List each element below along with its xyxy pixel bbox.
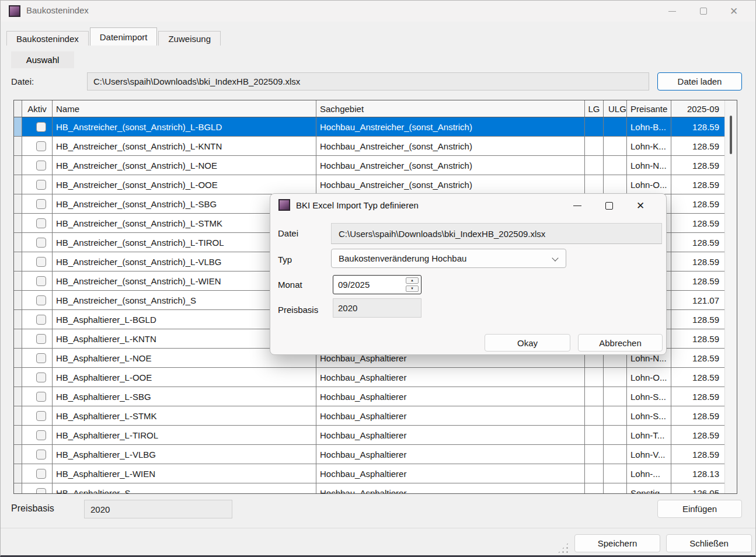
row-header-cell[interactable] — [14, 117, 22, 136]
vertical-scrollbar[interactable] — [724, 100, 737, 493]
spin-up-icon[interactable]: ▲ — [406, 277, 419, 284]
cell-sachgebiet: Hochbau_Anstreicher_(sonst_Anstrich) — [316, 137, 585, 155]
col-header-sachgebiet[interactable]: Sachgebiet — [316, 100, 585, 117]
row-header-cell[interactable] — [14, 194, 22, 213]
einfuegen-button[interactable]: Einfügen — [657, 500, 742, 518]
table-row[interactable]: HB_Anstreicher_(sonst_Anstrich)_L-BGLD H… — [14, 117, 725, 137]
cell-aktiv — [22, 214, 53, 232]
monat-spinner[interactable]: 09/2025 ▲ ▼ — [333, 275, 421, 294]
aktiv-checkbox[interactable] — [36, 411, 46, 421]
aktiv-checkbox[interactable] — [36, 122, 46, 132]
cell-name: HB_Asphaltierer_S — [53, 483, 316, 494]
aktiv-checkbox[interactable] — [36, 257, 46, 267]
close-icon[interactable]: ✕ — [720, 1, 747, 22]
aktiv-checkbox[interactable] — [36, 469, 46, 479]
tab-baukostenindex[interactable]: Baukostenindex — [6, 31, 89, 46]
table-row[interactable]: HB_Anstreicher_(sonst_Anstrich)_L-KNTN H… — [14, 137, 725, 156]
aktiv-checkbox[interactable] — [36, 430, 46, 440]
aktiv-checkbox[interactable] — [36, 450, 46, 459]
grid-header-row: Aktiv Name Sachgebiet LG ULG Preisante 2… — [14, 100, 725, 117]
row-header-cell[interactable] — [14, 349, 22, 367]
table-row[interactable]: HB_Asphaltierer_L-STMK Hochbau_Asphaltie… — [14, 406, 725, 426]
cell-aktiv — [22, 349, 53, 367]
aktiv-checkbox[interactable] — [36, 373, 46, 382]
row-header-cell[interactable] — [14, 137, 22, 155]
row-header-cell[interactable] — [14, 233, 22, 252]
speichern-button[interactable]: Speichern — [574, 534, 660, 552]
col-header-name[interactable]: Name — [53, 100, 316, 117]
dialog-preisbasis-label: Preisbasis — [278, 305, 318, 315]
cell-preisanteil: Lohn-K... — [627, 137, 671, 155]
scrollbar-thumb[interactable] — [730, 116, 732, 154]
row-header-cell[interactable] — [14, 214, 22, 232]
tab-datenimport[interactable]: Datenimport — [90, 27, 158, 46]
table-row[interactable]: HB_Asphaltierer_L-TIROL Hochbau_Asphalti… — [14, 426, 725, 445]
col-header-aktiv[interactable]: Aktiv — [22, 100, 53, 117]
chevron-down-icon — [552, 255, 558, 261]
aktiv-checkbox[interactable] — [36, 392, 46, 402]
aktiv-checkbox[interactable] — [36, 353, 46, 363]
tab-zuweisung[interactable]: Zuweisung — [158, 31, 221, 46]
row-header-cell[interactable] — [14, 271, 22, 290]
aktiv-checkbox[interactable] — [36, 334, 46, 344]
auswahl-button[interactable]: Auswahl — [11, 51, 74, 68]
typ-dropdown[interactable]: Baukostenveränderung Hochbau — [331, 249, 566, 268]
datei-label: Datei: — [11, 76, 34, 86]
aktiv-checkbox[interactable] — [36, 199, 46, 209]
resize-grip-icon[interactable] — [557, 541, 570, 554]
abbrechen-button[interactable]: Abbrechen — [578, 334, 663, 351]
maximize-icon[interactable] — [690, 1, 717, 22]
col-header-ulg[interactable]: ULG — [604, 100, 627, 117]
col-header-preisanteil[interactable]: Preisante — [627, 100, 671, 117]
aktiv-checkbox[interactable] — [36, 218, 46, 228]
cell-name: HB_Anstreicher_(sonst_Anstrich)_L-BGLD — [53, 117, 316, 136]
table-row[interactable]: HB_Asphaltierer_L-OOE Hochbau_Asphaltier… — [14, 368, 725, 387]
row-header-cell[interactable] — [14, 310, 22, 329]
row-header-cell[interactable] — [14, 483, 22, 494]
row-header-cell[interactable] — [14, 291, 22, 309]
dialog-datei-label: Datei — [278, 228, 298, 238]
row-header-cell[interactable] — [14, 329, 22, 348]
row-header-cell[interactable] — [14, 464, 22, 483]
row-header-cell[interactable] — [14, 426, 22, 444]
col-header-lg[interactable]: LG — [585, 100, 604, 117]
dialog-close-icon[interactable]: ✕ — [628, 195, 653, 216]
table-row[interactable]: HB_Asphaltierer_L-SBG Hochbau_Asphaltier… — [14, 387, 725, 406]
table-row[interactable]: HB_Anstreicher_(sonst_Anstrich)_L-NOE Ho… — [14, 156, 725, 175]
aktiv-checkbox[interactable] — [36, 295, 46, 305]
row-header-cell[interactable] — [14, 252, 22, 271]
file-path-field[interactable]: C:\Users\spaih\Downloads\bki_IndexHB_202… — [87, 72, 649, 90]
okay-button[interactable]: Okay — [485, 334, 570, 351]
col-header-period[interactable]: 2025-09 — [671, 100, 725, 117]
cell-sachgebiet: Hochbau_Anstreicher_(sonst_Anstrich) — [316, 156, 585, 175]
aktiv-checkbox[interactable] — [36, 161, 46, 170]
dialog-preisbasis-field: 2020 — [333, 298, 421, 318]
minimize-icon[interactable] — [659, 1, 685, 22]
row-header-cell[interactable] — [14, 368, 22, 387]
aktiv-checkbox[interactable] — [36, 238, 46, 248]
dialog-title: BKI Excel Import Typ definieren — [296, 200, 419, 210]
dialog-maximize-icon[interactable] — [596, 195, 622, 216]
aktiv-checkbox[interactable] — [36, 488, 46, 495]
table-row[interactable]: HB_Anstreicher_(sonst_Anstrich)_L-OOE Ho… — [14, 175, 725, 194]
schliessen-button[interactable]: Schließen — [666, 534, 752, 552]
row-header-cell[interactable] — [14, 156, 22, 175]
cell-sachgebiet: Hochbau_Anstreicher_(sonst_Anstrich) — [316, 117, 585, 136]
row-header-cell[interactable] — [14, 387, 22, 406]
cell-preisanteil: Lohn-... — [627, 464, 671, 483]
dialog-minimize-icon[interactable] — [565, 195, 590, 216]
table-row[interactable]: HB_Asphaltierer_S Hochbau_Asphaltierer S… — [14, 483, 725, 494]
spin-down-icon[interactable]: ▼ — [406, 286, 419, 292]
row-header-cell[interactable] — [14, 406, 22, 425]
table-row[interactable]: HB_Asphaltierer_L-WIEN Hochbau_Asphaltie… — [14, 464, 725, 483]
row-header-cell[interactable] — [14, 445, 22, 464]
datei-laden-button[interactable]: Datei laden — [657, 72, 742, 90]
cell-sachgebiet: Hochbau_Asphaltierer — [316, 483, 585, 494]
aktiv-checkbox[interactable] — [36, 276, 46, 286]
row-header-cell[interactable] — [14, 175, 22, 194]
aktiv-checkbox[interactable] — [36, 315, 46, 325]
cell-ulg — [604, 406, 627, 425]
aktiv-checkbox[interactable] — [36, 180, 46, 190]
table-row[interactable]: HB_Asphaltierer_L-VLBG Hochbau_Asphaltie… — [14, 445, 725, 464]
aktiv-checkbox[interactable] — [36, 141, 46, 151]
